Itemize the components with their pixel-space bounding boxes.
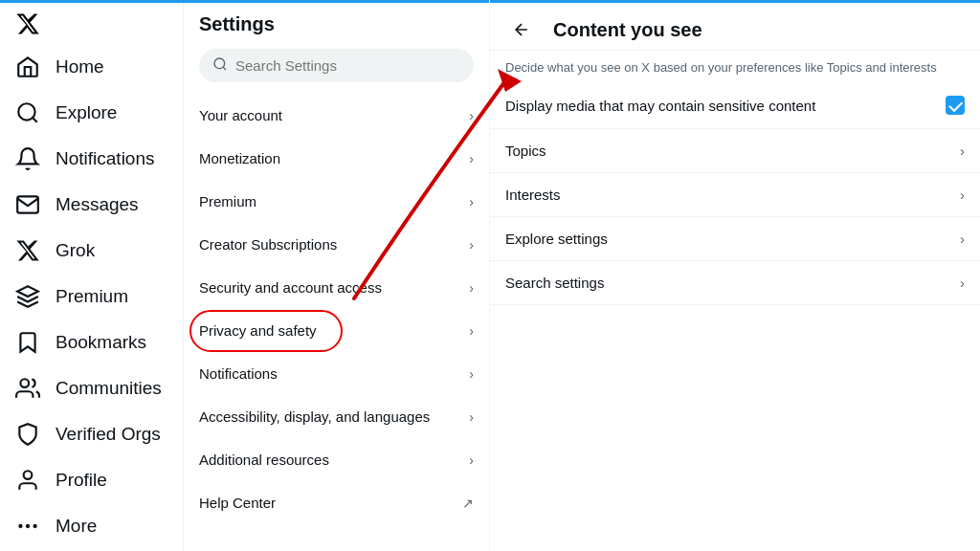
- sidebar-item-profile[interactable]: Profile: [4, 458, 179, 502]
- sidebar-item-grok[interactable]: Grok: [4, 229, 179, 273]
- sidebar-item-premium[interactable]: Premium: [4, 275, 179, 319]
- sidebar-label-explore: Explore: [56, 102, 117, 123]
- chevron-right-icon: ›: [960, 275, 965, 291]
- chevron-right-icon: ›: [469, 237, 474, 253]
- home-icon: [15, 55, 40, 79]
- sidebar: Home Explore Notifications Messages: [0, 0, 184, 551]
- content-item-search-settings[interactable]: Search settings ›: [490, 261, 980, 305]
- content-item-interests[interactable]: Interests ›: [490, 173, 980, 217]
- content-item-label-topics: Topics: [505, 143, 960, 159]
- content-header: Content you see: [490, 0, 980, 51]
- content-item-label-search-settings: Search settings: [505, 275, 960, 291]
- bell-icon: [15, 146, 40, 171]
- mail-icon: [15, 192, 40, 217]
- chevron-right-icon: ›: [469, 452, 474, 468]
- chevron-right-icon: ›: [469, 323, 474, 339]
- external-link-icon: ↗: [462, 496, 474, 511]
- settings-item-label: Security and account access: [199, 279, 382, 296]
- communities-icon: [15, 376, 40, 401]
- sidebar-label-home: Home: [56, 56, 104, 77]
- sidebar-label-grok: Grok: [56, 240, 95, 261]
- sensitive-checkbox[interactable]: [946, 96, 965, 115]
- settings-item-label: Privacy and safety: [199, 322, 317, 339]
- sidebar-label-messages: Messages: [56, 194, 139, 215]
- sidebar-label-communities: Communities: [56, 378, 162, 399]
- settings-item-label: Monetization: [199, 150, 280, 166]
- sidebar-item-communities[interactable]: Communities: [4, 366, 179, 410]
- sidebar-item-home[interactable]: Home: [4, 45, 179, 89]
- explore-settings-chevron-container: ›: [960, 231, 965, 247]
- sidebar-item-more[interactable]: More: [4, 504, 179, 548]
- sidebar-item-explore[interactable]: Explore: [4, 91, 179, 135]
- content-item-label-explore-settings: Explore settings: [505, 231, 960, 247]
- svg-point-1: [20, 379, 29, 387]
- sidebar-label-profile: Profile: [56, 470, 107, 491]
- svg-point-5: [33, 524, 36, 528]
- settings-item-creator-subscriptions[interactable]: Creator Subscriptions ›: [184, 223, 489, 266]
- content-item-sensitive[interactable]: Display media that may contain sensitive…: [490, 82, 980, 129]
- settings-item-label: Premium: [199, 193, 256, 209]
- settings-item-security[interactable]: Security and account access ›: [184, 266, 489, 309]
- settings-item-notifications[interactable]: Notifications ›: [184, 352, 489, 395]
- settings-item-your-account[interactable]: Your account ›: [184, 94, 489, 137]
- sidebar-label-bookmarks: Bookmarks: [56, 332, 146, 353]
- svg-point-0: [18, 103, 34, 120]
- settings-item-label: Creator Subscriptions: [199, 236, 337, 253]
- svg-point-2: [24, 471, 33, 479]
- bookmark-icon: [15, 330, 40, 355]
- chevron-right-icon: ›: [960, 143, 965, 159]
- settings-item-premium[interactable]: Premium ›: [184, 180, 489, 223]
- sensitive-checkbox-container: [946, 96, 965, 115]
- settings-item-label: Accessibility, display, and languages: [199, 408, 430, 425]
- chevron-right-icon: ›: [469, 409, 474, 425]
- grok-icon: [15, 238, 40, 263]
- settings-item-label: Your account: [199, 107, 282, 123]
- sidebar-item-messages[interactable]: Messages: [4, 183, 179, 227]
- settings-item-monetization[interactable]: Monetization ›: [184, 137, 489, 180]
- settings-item-additional-resources[interactable]: Additional resources ›: [184, 438, 489, 481]
- search-box[interactable]: [199, 49, 474, 82]
- more-icon: [15, 514, 40, 539]
- svg-point-6: [214, 58, 225, 69]
- settings-item-label: Additional resources: [199, 452, 329, 468]
- content-panel: Content you see Decide what you see on X…: [490, 0, 980, 551]
- chevron-right-icon: ›: [960, 187, 965, 203]
- person-icon: [15, 468, 40, 493]
- svg-point-3: [18, 524, 22, 528]
- x-logo[interactable]: [8, 11, 48, 36]
- settings-item-label: Help Center: [199, 495, 276, 511]
- sidebar-label-premium: Premium: [56, 286, 128, 307]
- sidebar-item-bookmarks[interactable]: Bookmarks: [4, 320, 179, 364]
- interests-chevron-container: ›: [960, 187, 965, 203]
- chevron-right-icon: ›: [469, 366, 474, 382]
- chevron-right-icon: ›: [469, 151, 474, 166]
- search-settings-chevron-container: ›: [960, 275, 965, 291]
- content-subtitle: Decide what you see on X based on your p…: [490, 51, 980, 82]
- settings-panel: Settings Your account › Monetization › P…: [184, 0, 490, 551]
- content-item-explore-settings[interactable]: Explore settings ›: [490, 217, 980, 261]
- sidebar-item-notifications[interactable]: Notifications: [4, 137, 179, 181]
- search-input[interactable]: [235, 57, 460, 74]
- chevron-right-icon: ›: [960, 231, 965, 247]
- verified-icon: [15, 422, 40, 447]
- settings-title: Settings: [184, 0, 489, 45]
- svg-point-4: [26, 524, 30, 528]
- premium-icon: [15, 284, 40, 309]
- topics-chevron-container: ›: [960, 143, 965, 159]
- chevron-right-icon: ›: [469, 194, 474, 209]
- sidebar-item-verified-orgs[interactable]: Verified Orgs: [4, 412, 179, 456]
- settings-item-accessibility[interactable]: Accessibility, display, and languages ›: [184, 395, 489, 438]
- content-item-label-interests: Interests: [505, 187, 960, 203]
- sidebar-label-more: More: [56, 516, 97, 537]
- back-button[interactable]: [505, 13, 538, 46]
- settings-item-help-center[interactable]: Help Center ↗: [184, 481, 489, 524]
- explore-icon: [15, 100, 40, 125]
- sidebar-label-verified-orgs: Verified Orgs: [56, 424, 161, 445]
- content-item-topics[interactable]: Topics ›: [490, 129, 980, 173]
- search-icon: [212, 56, 228, 75]
- sidebar-label-notifications: Notifications: [56, 148, 155, 169]
- chevron-right-icon: ›: [469, 280, 474, 296]
- content-title: Content you see: [553, 19, 702, 41]
- chevron-right-icon: ›: [469, 108, 474, 123]
- settings-item-privacy[interactable]: Privacy and safety ›: [184, 309, 489, 352]
